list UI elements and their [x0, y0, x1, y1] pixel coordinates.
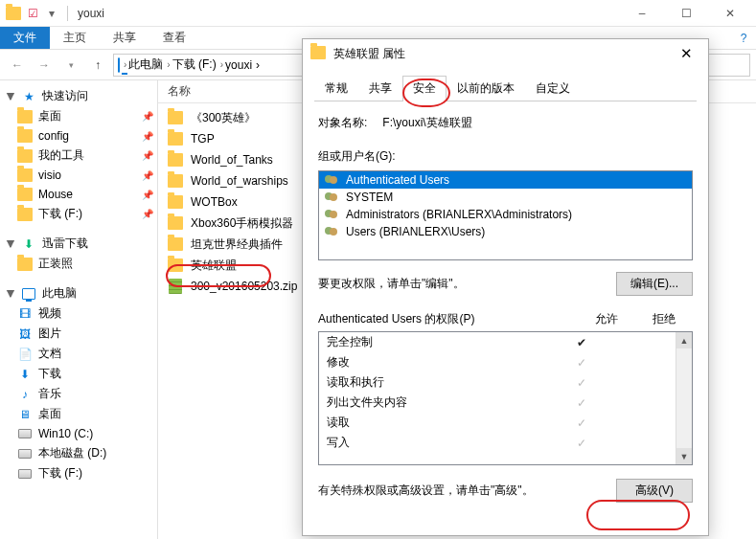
- check-icon: ✓: [553, 437, 610, 450]
- ribbon-tab[interactable]: 主页: [50, 27, 100, 49]
- nav-item[interactable]: config📌: [0, 126, 157, 146]
- user-list-item[interactable]: SYSTEM: [319, 189, 692, 206]
- checkbox-icon[interactable]: ☑: [25, 6, 40, 21]
- user-list-item[interactable]: Administrators (BRIANLERX\Administrators…: [319, 206, 692, 223]
- nav-quick-access[interactable]: ⯆★快速访问: [0, 86, 157, 106]
- dialog-title: 英雄联盟 属性: [333, 46, 405, 62]
- user-list-item[interactable]: Authenticated Users: [319, 171, 692, 189]
- permissions-header: Authenticated Users 的权限(P): [318, 311, 578, 327]
- close-button[interactable]: ✕: [708, 0, 752, 27]
- folder-icon: [310, 46, 326, 62]
- edit-button[interactable]: 编辑(E)...: [616, 272, 693, 296]
- breadcrumb-item[interactable]: ›此电脑: [122, 56, 165, 73]
- dialog-titlebar[interactable]: 英雄联盟 属性 ✕: [303, 39, 708, 68]
- nav-item[interactable]: 🖥桌面: [0, 404, 157, 424]
- properties-dialog: 英雄联盟 属性 ✕ 常规共享安全以前的版本自定义 对象名称: F:\youxi\…: [302, 38, 709, 536]
- breadcrumb-item[interactable]: ›下载 (F:): [165, 56, 218, 73]
- check-icon: ✓: [553, 376, 610, 390]
- allow-header: 允许: [578, 311, 635, 327]
- advanced-hint: 有关特殊权限或高级设置，请单击"高级"。: [318, 483, 608, 499]
- dialog-tab[interactable]: 自定义: [525, 76, 581, 101]
- permission-row: 列出文件夹内容✓: [319, 393, 676, 413]
- minimize-button[interactable]: –: [620, 0, 664, 27]
- titlebar-path: youxi: [78, 7, 104, 20]
- edit-hint: 要更改权限，请单击"编辑"。: [318, 276, 608, 292]
- nav-item[interactable]: ⬇下载: [0, 364, 157, 384]
- permission-row: 读取和执行✓: [319, 372, 676, 393]
- permission-row: 读取✓: [319, 413, 676, 433]
- nav-this-pc[interactable]: ⯆此电脑: [0, 283, 157, 303]
- object-name-label: 对象名称:: [318, 115, 367, 131]
- help-icon[interactable]: ?: [731, 27, 756, 49]
- users-icon: [325, 191, 340, 204]
- permission-row: 写入✓: [319, 433, 676, 453]
- users-icon: [325, 173, 340, 187]
- nav-history-button[interactable]: ▾: [59, 54, 82, 77]
- nav-back-button[interactable]: ←: [6, 54, 29, 77]
- nav-xunlei[interactable]: ⯆⬇迅雷下载: [0, 234, 157, 254]
- maximize-button[interactable]: ☐: [664, 0, 708, 27]
- ribbon-tab[interactable]: 共享: [100, 27, 149, 49]
- nav-item[interactable]: 下载 (F:)📌: [0, 204, 157, 224]
- nav-item[interactable]: Mouse📌: [0, 185, 157, 204]
- dialog-tab[interactable]: 以前的版本: [447, 76, 525, 101]
- dialog-tab[interactable]: 安全: [402, 76, 447, 101]
- object-name-value: F:\youxi\英雄联盟: [382, 115, 471, 131]
- nav-item[interactable]: visio📌: [0, 166, 157, 185]
- user-list-item[interactable]: Users (BRIANLERX\Users): [319, 223, 692, 240]
- nav-item[interactable]: 正装照: [0, 254, 157, 274]
- dialog-tab[interactable]: 常规: [314, 76, 358, 101]
- nav-item[interactable]: 本地磁盘 (D:): [0, 443, 157, 463]
- pc-icon: [118, 58, 120, 72]
- scroll-up-icon[interactable]: ▲: [676, 332, 692, 348]
- nav-item[interactable]: 下载 (F:): [0, 463, 157, 483]
- users-icon: [325, 225, 340, 238]
- scrollbar[interactable]: ▲ ▼: [676, 332, 692, 464]
- dialog-tabs: 常规共享安全以前的版本自定义: [314, 76, 697, 101]
- scroll-down-icon[interactable]: ▼: [676, 448, 692, 464]
- explorer-titlebar: ☑ ▾ youxi – ☐ ✕: [0, 0, 756, 27]
- nav-pane[interactable]: ⯆★快速访问 桌面📌config📌我的工具📌visio📌Mouse📌下载 (F:…: [0, 80, 158, 539]
- deny-header: 拒绝: [635, 311, 693, 327]
- nav-item[interactable]: 🎞视频: [0, 303, 157, 324]
- group-users-label: 组或用户名(G):: [318, 148, 693, 165]
- ribbon-file-tab[interactable]: 文件: [0, 27, 50, 49]
- users-listbox[interactable]: Authenticated UsersSYSTEMAdministrators …: [318, 170, 693, 260]
- ribbon-tab[interactable]: 查看: [149, 27, 199, 49]
- nav-item[interactable]: ♪音乐: [0, 384, 157, 404]
- check-icon: ✓: [553, 396, 610, 410]
- advanced-button[interactable]: 高级(V): [616, 479, 693, 503]
- check-icon: ✔: [553, 336, 610, 349]
- check-icon: ✓: [553, 416, 610, 430]
- nav-forward-button[interactable]: →: [33, 54, 56, 77]
- permissions-listbox[interactable]: 完全控制✔修改✓读取和执行✓列出文件夹内容✓读取✓写入✓ ▲ ▼: [318, 331, 693, 465]
- nav-item[interactable]: 🖼图片: [0, 324, 157, 344]
- nav-item[interactable]: 我的工具📌: [0, 146, 157, 166]
- dialog-tab[interactable]: 共享: [358, 76, 402, 101]
- users-icon: [325, 208, 340, 221]
- permission-row: 完全控制✔: [319, 332, 676, 352]
- nav-item[interactable]: Win10 (C:): [0, 424, 157, 443]
- nav-up-button[interactable]: ↑: [86, 54, 109, 77]
- nav-item[interactable]: 📄文档: [0, 344, 157, 364]
- folder-icon: [6, 6, 21, 21]
- dialog-close-button[interactable]: ✕: [672, 39, 700, 68]
- check-icon: ✓: [553, 356, 610, 370]
- permission-row: 修改✓: [319, 352, 676, 372]
- breadcrumb-item[interactable]: ›youxi: [218, 58, 254, 72]
- nav-item[interactable]: 桌面📌: [0, 106, 157, 126]
- overflow-icon[interactable]: ▾: [44, 6, 59, 21]
